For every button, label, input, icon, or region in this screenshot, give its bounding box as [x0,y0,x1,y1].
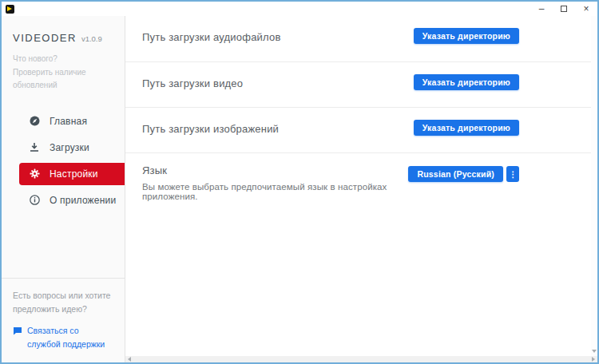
window-controls: – × [530,2,597,16]
sidebar-item-label: Загрузки [50,142,89,153]
sidebar-footer: Есть вопросы или хотите предложить идею?… [2,278,125,362]
language-label: Язык [142,164,408,176]
settings-panel: Путь загрузки аудиофайлов Указать директ… [125,16,597,356]
whats-new-link[interactable]: Что нового? [13,53,113,66]
language-menu-button[interactable]: ⋮ [506,166,519,182]
gear-icon [29,168,40,180]
choose-directory-button-video[interactable]: Указать директорию [414,74,519,90]
scroll-right-arrow-icon[interactable] [592,357,595,362]
sidebar-item-settings[interactable]: Настройки [19,163,125,185]
horizontal-scrollbar[interactable] [125,356,597,362]
kebab-menu-icon: ⋮ [509,169,518,179]
setting-label: Путь загрузки видео [142,74,243,89]
sidebar-item-label: Главная [50,116,87,127]
explore-icon [29,116,40,127]
contact-support-label: Связаться со службой поддержки [27,324,113,351]
info-icon [29,195,40,206]
setting-label: Путь загрузки изображений [142,120,279,135]
setting-row-language: Язык Вы можете выбрать предпочитаемый яз… [125,153,591,201]
setting-row-images-path: Путь загрузки изображений Указать директ… [125,108,591,153]
contact-support-link[interactable]: Связаться со службой поддержки [13,324,113,351]
chat-icon [13,326,22,351]
choose-directory-button-images[interactable]: Указать директорию [414,120,519,136]
download-icon [29,142,40,153]
sidebar-item-home[interactable]: Главная [19,110,125,133]
sidebar-item-label: О приложении [50,195,116,206]
close-button[interactable]: × [575,2,597,16]
sidebar-item-about[interactable]: О приложении [19,189,125,212]
sidebar-item-downloads[interactable]: Загрузки [19,136,125,159]
scroll-down-arrow-icon[interactable] [592,350,597,353]
language-select-button[interactable]: Russian (Русский) [408,166,503,182]
language-description: Вы можете выбрать предпочитаемый язык в … [142,182,408,201]
scroll-left-arrow-icon[interactable] [128,357,131,362]
sidebar: VIDEODER v1.0.9 Что нового? Проверить на… [2,16,125,362]
check-updates-link[interactable]: Проверить наличие обновлений [13,66,113,93]
sidebar-menu: Главная Загрузки [2,110,125,212]
app-window: – × VIDEODER v1.0.9 Что нового? Проверит… [0,0,599,364]
maximize-icon [561,6,567,12]
app-version: v1.0.9 [81,34,102,43]
app-name: VIDEODER [13,32,77,44]
maximize-button[interactable] [553,2,575,16]
choose-directory-button-audio[interactable]: Указать директорию [414,28,519,44]
setting-label: Путь загрузки аудиофайлов [142,28,281,43]
sidebar-header: VIDEODER v1.0.9 Что нового? Проверить на… [2,16,125,93]
sidebar-item-label: Настройки [50,168,98,180]
vertical-scrollbar[interactable] [591,16,597,356]
title-bar: – × [2,2,597,16]
setting-row-video-path: Путь загрузки видео Указать директорию [125,62,591,108]
setting-row-audio-path: Путь загрузки аудиофайлов Указать директ… [125,16,591,62]
minimize-button[interactable]: – [530,2,553,16]
support-question-text: Есть вопросы или хотите предложить идею? [13,289,113,316]
app-logo-icon [6,5,14,14]
